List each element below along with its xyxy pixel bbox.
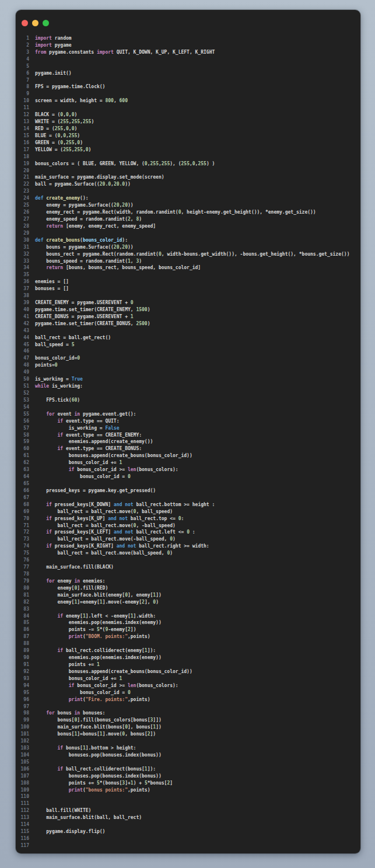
line-number: 22: [16, 181, 29, 188]
code-line: 115 pygame.display.flip(): [16, 828, 360, 835]
line-number: 71: [16, 522, 29, 529]
code-text: main_surface.blit(ball, ball_rect): [35, 814, 142, 821]
code-line: 25 enemy = pygame.Surface((20,20)): [16, 202, 360, 209]
line-number: 68: [16, 501, 29, 508]
code-line: 88: [16, 640, 360, 647]
code-text: import random: [35, 35, 72, 42]
line-number: 76: [16, 557, 29, 564]
code-line: 81 main_surface.blit(enemy[0], enemy[1]): [16, 592, 360, 599]
code-line: 35: [16, 271, 360, 278]
code-text: enemy[0].fill(RED): [35, 585, 108, 592]
code-text: return [bouns, bouns_rect, bouns_speed, …: [35, 264, 201, 271]
line-number: 3: [16, 49, 29, 56]
line-number: 103: [16, 745, 29, 752]
code-text: ball_speed = 5: [35, 341, 74, 348]
line-number: 79: [16, 578, 29, 585]
code-text: import pygame: [35, 42, 72, 49]
line-number: 43: [16, 327, 29, 334]
code-line: 82 enemy[1]=enemy[1].move(-enemy[2], 0): [16, 599, 360, 606]
minimize-button[interactable]: [32, 20, 38, 26]
code-line: 85 enemies.pop(enemies.index(enemy)): [16, 619, 360, 626]
line-number: 29: [16, 230, 29, 237]
code-line: 113 main_surface.blit(ball, ball_rect): [16, 814, 360, 821]
line-number: 92: [16, 668, 29, 675]
code-text: if event.type == CREATE_ENEMY:: [35, 432, 142, 439]
line-number: 9: [16, 90, 29, 97]
line-number: 109: [16, 787, 29, 794]
code-text: bonus[1]=bonus[1].move(0, bonus[2]): [35, 731, 156, 738]
code-line: 18: [16, 154, 360, 161]
code-text: if event.type == CREATE_BONUS:: [35, 445, 142, 452]
code-text: print("bonus points:",points): [35, 787, 150, 794]
code-line: 66 pressed_keys = pygame.key.get_pressed…: [16, 487, 360, 494]
line-number: 5: [16, 63, 29, 70]
code-line: 114: [16, 821, 360, 828]
line-number: 60: [16, 445, 29, 452]
maximize-button[interactable]: [43, 20, 49, 26]
code-text: main_surface = pygame.display.set_mode(s…: [35, 174, 164, 181]
code-text: ball_rect = ball_rect.move(0, -ball_spee…: [35, 522, 176, 529]
code-line: 64 bonus_color_id = 0: [16, 473, 360, 480]
code-text: ball.fill(WHITE): [35, 807, 91, 814]
line-number: 72: [16, 529, 29, 536]
code-text: enemy = pygame.Surface((20,20)): [35, 202, 134, 209]
code-line: 96 print("Fire. points:",points): [16, 696, 360, 703]
code-line: 30def create_bouns(bouns_color_id):: [16, 237, 360, 244]
line-number: 39: [16, 299, 29, 306]
code-line: 45ball_speed = 5: [16, 341, 360, 348]
line-number: 106: [16, 766, 29, 773]
code-line: 67: [16, 494, 360, 501]
line-number: 48: [16, 362, 29, 369]
code-text: pygame.display.flip(): [35, 828, 105, 835]
code-text: if bonus_color_id >= len(bonus_colors):: [35, 682, 178, 689]
code-line: 86 points -= 5*(9-enemy[2]): [16, 626, 360, 633]
line-number: 28: [16, 223, 29, 230]
code-line: 55 for event in pygame.event.get():: [16, 411, 360, 418]
close-button[interactable]: [22, 20, 28, 26]
code-line: 80 enemy[0].fill(RED): [16, 585, 360, 592]
line-number: 25: [16, 202, 29, 209]
code-editor[interactable]: 1import random2import pygame3from pygame…: [16, 35, 360, 849]
code-text: print("BOOM. points:",points): [35, 633, 150, 640]
line-number: 105: [16, 759, 29, 766]
code-line: 13WHITE = (255,255,255): [16, 118, 360, 126]
line-number: 94: [16, 682, 29, 689]
code-line: 5: [16, 63, 360, 70]
line-number: 31: [16, 244, 29, 251]
line-number: 85: [16, 619, 29, 626]
line-number: 107: [16, 773, 29, 780]
code-text: enemies = []: [35, 278, 69, 285]
code-line: 31 bouns = pygame.Surface((20,20)): [16, 244, 360, 251]
line-number: 70: [16, 515, 29, 522]
line-number: 104: [16, 752, 29, 759]
code-text: if pressed_keys[K_LEFT] and not ball_rec…: [35, 529, 195, 536]
line-number: 86: [16, 626, 29, 633]
code-line: 91 points += 1: [16, 661, 360, 668]
code-text: ball_rect = ball_rect.move(0, ball_speed…: [35, 508, 173, 515]
line-number: 37: [16, 285, 29, 292]
code-line: 54: [16, 404, 360, 411]
line-number: 87: [16, 633, 29, 640]
code-line: 65: [16, 480, 360, 487]
line-number: 64: [16, 473, 29, 480]
line-number: 117: [16, 842, 29, 849]
line-number: 61: [16, 452, 29, 459]
code-line: 61 bonuses.append(create_bouns(bonus_col…: [16, 452, 360, 459]
code-line: 95 bonus_color_id = 0: [16, 689, 360, 696]
code-line: 2import pygame: [16, 42, 360, 49]
line-number: 11: [16, 104, 29, 111]
code-line: 93 bonus_color_id += 1: [16, 675, 360, 682]
line-number: 47: [16, 355, 29, 362]
code-text: ball_rect = ball.get_rect(): [35, 334, 111, 341]
line-number: 10: [16, 97, 29, 104]
line-number: 66: [16, 487, 29, 494]
code-line: 84 if enemy[1].left < -enemy[1].width:: [16, 613, 360, 620]
line-number: 69: [16, 508, 29, 515]
line-number: 80: [16, 585, 29, 592]
code-text: WHITE = (255,255,255): [35, 118, 94, 126]
code-text: bonuses.pop(bonuses.index(bonus)): [35, 773, 162, 780]
code-line: 69 ball_rect = ball_rect.move(0, ball_sp…: [16, 508, 360, 515]
code-text: enemies.pop(enemies.index(enemy)): [35, 619, 162, 626]
code-line: 92 bonuses.append(create_bouns(bonus_col…: [16, 668, 360, 675]
line-number: 110: [16, 793, 29, 800]
